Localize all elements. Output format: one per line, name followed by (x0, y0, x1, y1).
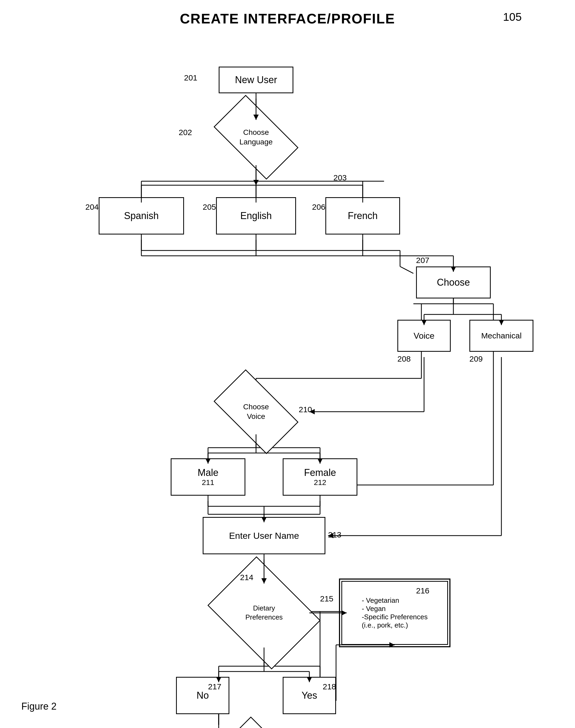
node-206-french: French (325, 197, 400, 234)
label-216: 216 (416, 586, 429, 595)
label-201: 201 (184, 73, 197, 82)
label-204: 204 (86, 203, 99, 212)
node-204-spanish: Spanish (99, 197, 184, 234)
node-210-choose-voice: Choose Voice (219, 389, 293, 434)
label-207: 207 (416, 256, 429, 265)
node-214-dietary-preferences: Dietary Preferences (219, 578, 309, 648)
node-209-mechanical: Mechanical (469, 320, 533, 352)
node-207-choose: Choose (416, 266, 491, 298)
node-212-female: Female 212 (283, 458, 358, 496)
label-217: 217 (208, 682, 222, 691)
label-203: 203 (333, 173, 347, 182)
label-213: 213 (328, 530, 341, 539)
label-209: 209 (469, 354, 483, 363)
label-215: 215 (320, 594, 333, 603)
label-208: 208 (397, 354, 411, 363)
label-206: 206 (312, 203, 325, 212)
flowchart: New User 201 Choose Language 202 203 Spa… (0, 32, 575, 725)
node-208-voice: Voice (397, 320, 451, 352)
node-216-dietary-options: - Vegetarian - Vegan -Specific Preferenc… (341, 581, 448, 645)
label-205: 205 (203, 203, 216, 212)
label-218: 218 (323, 682, 336, 691)
page-title: CREATE INTERFACE/PROFILE (0, 0, 575, 27)
label-214: 214 (240, 573, 253, 582)
label-202: 202 (179, 128, 192, 137)
node-201-new-user: New User (219, 67, 293, 93)
label-210: 210 (299, 405, 312, 414)
node-202-choose-language: Choose Language (219, 115, 293, 160)
figure-label: Figure 2 (21, 701, 57, 712)
node-213-enter-user-name: Enter User Name (203, 517, 325, 554)
node-211-male: Male 211 (171, 458, 245, 496)
node-205-english: English (216, 197, 296, 234)
figure-number: 105 (503, 11, 522, 24)
